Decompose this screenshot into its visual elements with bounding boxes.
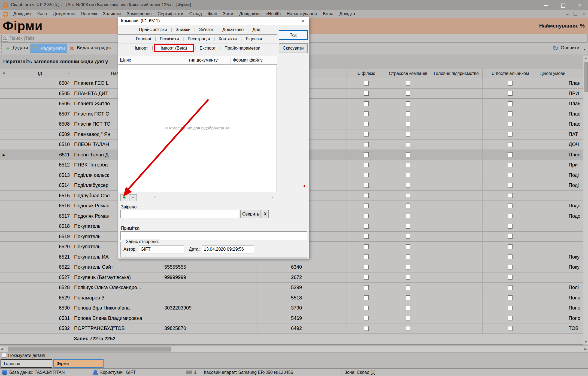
branch-checkbox[interactable]	[364, 224, 369, 229]
insurance-checkbox[interactable]	[406, 234, 410, 239]
insurance-checkbox[interactable]	[406, 163, 410, 167]
note-input[interactable]	[120, 231, 307, 240]
insurance-checkbox[interactable]	[406, 265, 410, 269]
supplier-checkbox[interactable]	[508, 316, 513, 320]
supplier-checkbox[interactable]	[508, 122, 513, 126]
insurance-checkbox[interactable]	[406, 132, 410, 137]
supplier-checkbox[interactable]	[508, 224, 513, 229]
supplier-checkbox[interactable]	[508, 275, 513, 280]
dialog-tab-експорт[interactable]: Експорт	[196, 44, 219, 52]
dialog-tab-реєстрація[interactable]: Реєстрація	[184, 35, 213, 43]
insurance-checkbox[interactable]	[406, 326, 410, 331]
branch-checkbox[interactable]	[364, 183, 369, 188]
scroll-right-icon[interactable]: ▶	[584, 347, 587, 351]
column-header-main[interactable]: Головне підприємство	[430, 69, 483, 78]
insurance-checkbox[interactable]	[406, 81, 410, 86]
verify-button[interactable]: Сверить	[240, 210, 260, 218]
supplier-checkbox[interactable]	[508, 152, 513, 157]
supplier-checkbox[interactable]	[508, 214, 513, 218]
supplier-checkbox[interactable]	[508, 81, 513, 86]
column-header-supplier[interactable]: Є постачальником	[483, 69, 538, 78]
branch-checkbox[interactable]	[364, 111, 369, 116]
branch-checkbox[interactable]	[364, 275, 369, 280]
branch-checkbox[interactable]	[364, 132, 369, 137]
scroll-left-icon[interactable]: ◀	[1, 347, 3, 351]
supplier-checkbox[interactable]	[508, 285, 513, 290]
supplier-checkbox[interactable]	[508, 204, 513, 208]
branch-checkbox[interactable]	[364, 122, 369, 126]
insurance-checkbox[interactable]	[406, 91, 410, 96]
branch-checkbox[interactable]	[364, 244, 369, 249]
supplier-checkbox[interactable]	[508, 295, 513, 300]
supplier-checkbox[interactable]	[508, 142, 513, 147]
insurance-checkbox[interactable]	[406, 244, 410, 249]
column-header-price[interactable]: Цінові умови	[538, 69, 567, 78]
supplier-checkbox[interactable]	[508, 132, 513, 137]
insurance-checkbox[interactable]	[406, 295, 410, 300]
branch-checkbox[interactable]	[364, 295, 369, 300]
branch-checkbox[interactable]	[364, 306, 369, 310]
insurance-checkbox[interactable]	[406, 193, 410, 198]
grid-col-path[interactable]: Шлях	[120, 58, 131, 63]
remove-row-button[interactable]: −	[129, 194, 137, 201]
supplier-checkbox[interactable]	[508, 265, 513, 269]
branch-checkbox[interactable]	[364, 193, 369, 198]
branch-checkbox[interactable]	[364, 326, 369, 331]
dialog-tab-контакти[interactable]: Контакти	[215, 35, 240, 43]
dialog-tab-імпорт-beta-[interactable]: Імпорт (Beta)	[154, 44, 194, 52]
insurance-checkbox[interactable]	[406, 173, 410, 177]
insurance-checkbox[interactable]	[406, 122, 410, 126]
prev-page-icon[interactable]: ‹	[154, 194, 156, 200]
supplier-checkbox[interactable]	[508, 173, 513, 177]
branch-checkbox[interactable]	[364, 316, 369, 320]
supplier-checkbox[interactable]	[508, 111, 513, 116]
dialog-close-icon[interactable]: ×	[299, 18, 306, 25]
grid-col-doctype[interactable]: тип документу	[189, 58, 218, 63]
author-input[interactable]	[139, 245, 184, 253]
branch-checkbox[interactable]	[364, 173, 369, 177]
tab-firms[interactable]: Фірми	[53, 359, 104, 368]
insurance-checkbox[interactable]	[406, 111, 410, 116]
insurance-checkbox[interactable]	[406, 101, 410, 106]
branch-checkbox[interactable]	[364, 265, 369, 269]
branch-checkbox[interactable]	[364, 152, 369, 157]
supplier-checkbox[interactable]	[508, 254, 513, 259]
insurance-checkbox[interactable]	[406, 204, 410, 208]
dialog-tab-прайс-зв-язки[interactable]: Прайс-зв'язки	[136, 26, 170, 34]
show-details-checkbox[interactable]	[2, 353, 6, 357]
column-header-full[interactable]	[567, 69, 583, 78]
date-input[interactable]	[202, 245, 254, 253]
branch-checkbox[interactable]	[364, 142, 369, 147]
branch-checkbox[interactable]	[364, 204, 369, 208]
dialog-tab-додатково[interactable]: Додатково	[219, 26, 247, 34]
insurance-checkbox[interactable]	[406, 285, 410, 290]
row-menu-icon[interactable]: ≡	[0, 69, 8, 78]
insurance-checkbox[interactable]	[406, 254, 410, 259]
branch-checkbox[interactable]	[364, 163, 369, 167]
insurance-checkbox[interactable]	[406, 306, 410, 310]
column-header-branch[interactable]: Є філією	[347, 69, 386, 78]
add-row-button[interactable]: +	[120, 194, 128, 201]
scroll-up-icon[interactable]: ▲	[583, 56, 588, 60]
supplier-checkbox[interactable]	[508, 91, 513, 96]
dialog-tab-прайс-параметри[interactable]: Прайс-параметри	[221, 44, 263, 52]
dialog-tab-знижки[interactable]: Знижки	[172, 26, 194, 34]
branch-checkbox[interactable]	[364, 285, 369, 290]
insurance-checkbox[interactable]	[406, 224, 410, 229]
branch-checkbox[interactable]	[364, 91, 369, 96]
zvireno-input[interactable]	[120, 210, 239, 218]
column-header-id[interactable]: ІД△	[8, 69, 72, 78]
branch-checkbox[interactable]	[364, 101, 369, 106]
vertical-scroll-thumb[interactable]	[584, 62, 588, 92]
dialog-tab-дод-[interactable]: Дод.	[249, 26, 265, 34]
vertical-scrollbar[interactable]: ▲ ▼	[583, 56, 588, 344]
supplier-checkbox[interactable]	[508, 234, 513, 239]
branch-checkbox[interactable]	[364, 81, 369, 86]
next-page-icon[interactable]: ›	[271, 194, 273, 200]
insurance-checkbox[interactable]	[406, 142, 410, 147]
insurance-checkbox[interactable]	[406, 275, 410, 280]
cancel-button[interactable]: Скасувати	[279, 43, 308, 53]
dialog-tab-імпорт[interactable]: Імпорт	[131, 44, 151, 52]
insurance-checkbox[interactable]	[406, 214, 410, 218]
supplier-checkbox[interactable]	[508, 163, 513, 167]
